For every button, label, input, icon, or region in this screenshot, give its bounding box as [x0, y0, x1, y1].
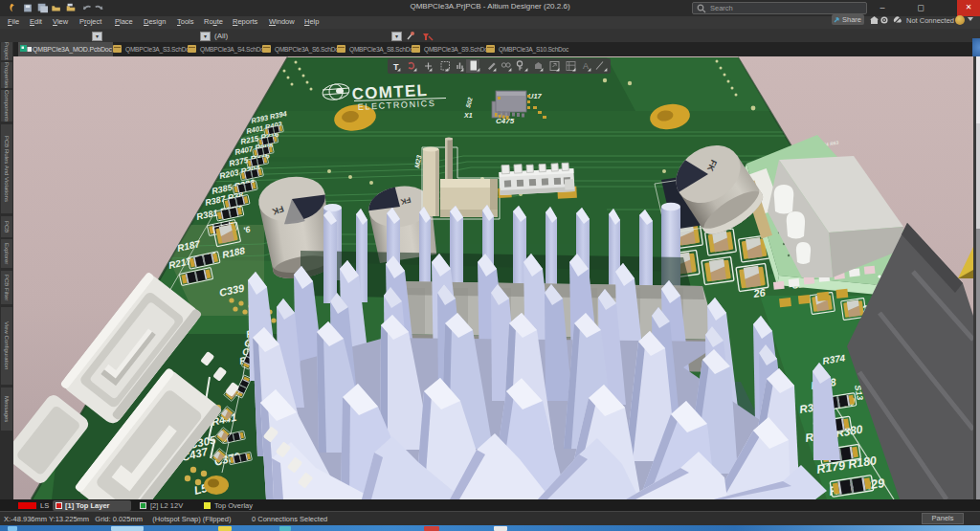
svg-text:U17: U17: [528, 92, 543, 100]
svg-text:A: A: [583, 61, 589, 71]
svg-text:T: T: [393, 62, 399, 72]
svg-text:X1: X1: [463, 112, 473, 119]
